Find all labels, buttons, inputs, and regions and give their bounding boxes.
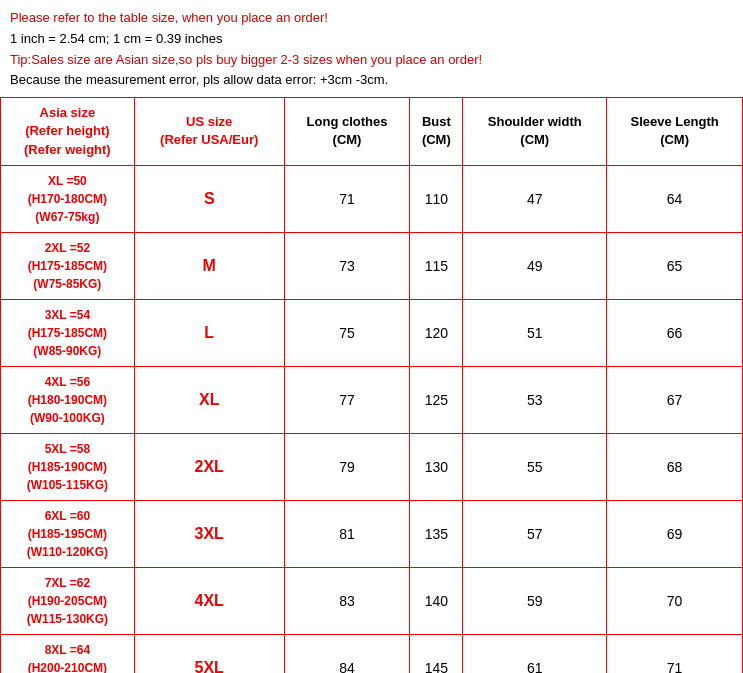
asia-size-cell: 3XL =54(H175-185CM)(W85-90KG) xyxy=(1,299,135,366)
header-notice: Please refer to the table size, when you… xyxy=(0,0,743,97)
long_clothes-cell: 81 xyxy=(284,500,410,567)
asia-size-cell: 7XL =62(H190-205CM)(W115-130KG) xyxy=(1,567,135,634)
notice-line1: Please refer to the table size, when you… xyxy=(10,8,733,29)
sleeve-cell: 68 xyxy=(607,433,743,500)
shoulder-cell: 51 xyxy=(463,299,607,366)
us-size-cell: 3XL xyxy=(134,500,284,567)
table-row: 2XL =52(H175-185CM)(W75-85KG)M731154965 xyxy=(1,232,743,299)
table-row: 4XL =56(H180-190CM)(W90-100KG)XL77125536… xyxy=(1,366,743,433)
bust-cell: 140 xyxy=(410,567,463,634)
bust-cell: 130 xyxy=(410,433,463,500)
long_clothes-cell: 83 xyxy=(284,567,410,634)
us-size-cell: L xyxy=(134,299,284,366)
shoulder-cell: 47 xyxy=(463,165,607,232)
table-row: 5XL =58(H185-190CM)(W105-115KG)2XL791305… xyxy=(1,433,743,500)
header-long-clothes: Long clothes(CM) xyxy=(284,98,410,166)
asia-size-cell: 2XL =52(H175-185CM)(W75-85KG) xyxy=(1,232,135,299)
long_clothes-cell: 71 xyxy=(284,165,410,232)
shoulder-cell: 61 xyxy=(463,634,607,673)
table-row: 3XL =54(H175-185CM)(W85-90KG)L751205166 xyxy=(1,299,743,366)
shoulder-cell: 55 xyxy=(463,433,607,500)
sleeve-cell: 70 xyxy=(607,567,743,634)
long_clothes-cell: 77 xyxy=(284,366,410,433)
bust-cell: 135 xyxy=(410,500,463,567)
table-row: 8XL =64(H200-210CM)(W120-135KG)5XL841456… xyxy=(1,634,743,673)
table-row: XL =50(H170-180CM)(W67-75kg)S711104764 xyxy=(1,165,743,232)
asia-size-cell: 8XL =64(H200-210CM)(W120-135KG) xyxy=(1,634,135,673)
notice-line3: Tip:Sales size are Asian size,so pls buy… xyxy=(10,50,733,71)
bust-cell: 110 xyxy=(410,165,463,232)
us-size-cell: XL xyxy=(134,366,284,433)
bust-cell: 120 xyxy=(410,299,463,366)
size-table: Asia size(Refer height)(Refer weight) US… xyxy=(0,97,743,673)
shoulder-cell: 53 xyxy=(463,366,607,433)
us-size-cell: 2XL xyxy=(134,433,284,500)
us-size-cell: M xyxy=(134,232,284,299)
shoulder-cell: 49 xyxy=(463,232,607,299)
header-bust: Bust(CM) xyxy=(410,98,463,166)
notice-line4: Because the measurement error, pls allow… xyxy=(10,70,733,91)
table-row: 6XL =60(H185-195CM)(W110-120KG)3XL811355… xyxy=(1,500,743,567)
long_clothes-cell: 73 xyxy=(284,232,410,299)
table-row: 7XL =62(H190-205CM)(W115-130KG)4XL831405… xyxy=(1,567,743,634)
asia-size-cell: 4XL =56(H180-190CM)(W90-100KG) xyxy=(1,366,135,433)
sleeve-cell: 67 xyxy=(607,366,743,433)
header-asia: Asia size(Refer height)(Refer weight) xyxy=(1,98,135,166)
sleeve-cell: 64 xyxy=(607,165,743,232)
us-size-cell: 5XL xyxy=(134,634,284,673)
header-us: US size(Refer USA/Eur) xyxy=(134,98,284,166)
asia-size-cell: XL =50(H170-180CM)(W67-75kg) xyxy=(1,165,135,232)
bust-cell: 145 xyxy=(410,634,463,673)
shoulder-cell: 57 xyxy=(463,500,607,567)
us-size-cell: S xyxy=(134,165,284,232)
sleeve-cell: 65 xyxy=(607,232,743,299)
asia-size-cell: 6XL =60(H185-195CM)(W110-120KG) xyxy=(1,500,135,567)
sleeve-cell: 69 xyxy=(607,500,743,567)
header-sleeve: Sleeve Length(CM) xyxy=(607,98,743,166)
notice-line2: 1 inch = 2.54 cm; 1 cm = 0.39 inches xyxy=(10,29,733,50)
us-size-cell: 4XL xyxy=(134,567,284,634)
sleeve-cell: 66 xyxy=(607,299,743,366)
asia-size-cell: 5XL =58(H185-190CM)(W105-115KG) xyxy=(1,433,135,500)
table-header-row: Asia size(Refer height)(Refer weight) US… xyxy=(1,98,743,166)
shoulder-cell: 59 xyxy=(463,567,607,634)
bust-cell: 115 xyxy=(410,232,463,299)
sleeve-cell: 71 xyxy=(607,634,743,673)
long_clothes-cell: 79 xyxy=(284,433,410,500)
bust-cell: 125 xyxy=(410,366,463,433)
long_clothes-cell: 75 xyxy=(284,299,410,366)
long_clothes-cell: 84 xyxy=(284,634,410,673)
header-shoulder: Shoulder width(CM) xyxy=(463,98,607,166)
